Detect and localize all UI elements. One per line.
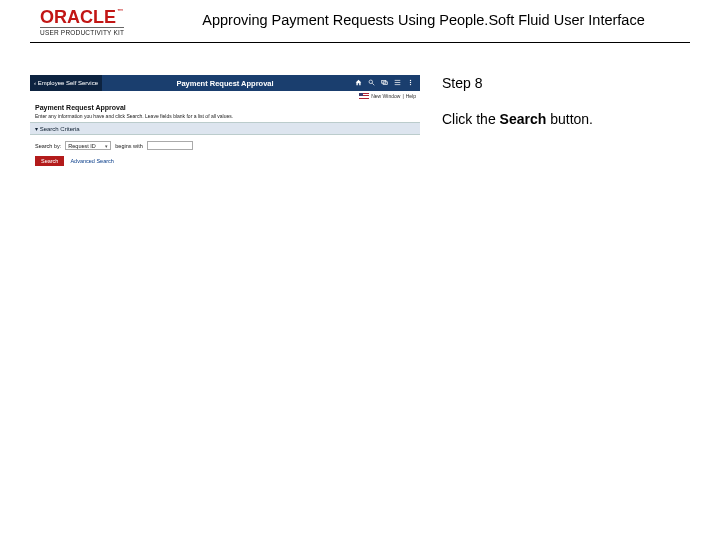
search-criteria-header[interactable]: ▾ Search Criteria [30, 122, 420, 135]
header: ORACLE™ USER PRODUCTIVITY KIT Approving … [0, 0, 720, 42]
back-label: ‹ Employee Self Service [34, 80, 98, 86]
search-by-select[interactable]: Request ID ▾ [65, 141, 111, 150]
oracle-logo-text: ORACLE [40, 7, 116, 27]
back-button[interactable]: ‹ Employee Self Service [30, 75, 102, 91]
search-by-label: Search by: [35, 143, 61, 149]
ps-flag-row: New Window | Help [30, 91, 420, 101]
instruction-panel: Step 8 Click the Search button. [442, 75, 593, 172]
content-area: ‹ Employee Self Service Payment Request … [0, 43, 720, 172]
new-window-link[interactable]: New Window [371, 93, 400, 99]
search-by-value: Request ID [68, 143, 96, 149]
search-button[interactable]: Search [35, 156, 64, 166]
svg-line-1 [372, 83, 374, 85]
svg-point-7 [410, 80, 411, 81]
ps-body-title: Payment Request Approval [30, 101, 420, 113]
oracle-logo: ORACLE™ [40, 8, 124, 26]
ps-helper-text: Enter any information you have and click… [30, 113, 420, 122]
search-icon[interactable] [368, 79, 375, 87]
oracle-subtitle: USER PRODUCTIVITY KIT [40, 27, 124, 36]
flag-icon[interactable] [359, 93, 369, 99]
begins-with-label: begins with [115, 143, 143, 149]
search-input[interactable] [147, 141, 193, 150]
embedded-screenshot: ‹ Employee Self Service Payment Request … [30, 75, 420, 172]
sep: | [402, 93, 403, 99]
ps-topbar: ‹ Employee Self Service Payment Request … [30, 75, 420, 91]
home-icon[interactable] [355, 79, 362, 87]
page-title: Approving Payment Requests Using People.… [202, 12, 644, 28]
svg-point-9 [410, 84, 411, 85]
step-label: Step 8 [442, 75, 593, 91]
advanced-search-link[interactable]: Advanced Search [70, 158, 113, 164]
button-row: Search Advanced Search [30, 156, 420, 172]
svg-point-0 [369, 80, 373, 84]
instruction-bold: Search [500, 111, 547, 127]
instruction-suffix: button. [546, 111, 593, 127]
instruction-prefix: Click the [442, 111, 500, 127]
trademark-icon: ™ [117, 8, 123, 14]
oracle-logo-block: ORACLE™ USER PRODUCTIVITY KIT [40, 8, 124, 36]
instruction-text: Click the Search button. [442, 111, 593, 127]
ps-page-title: Payment Request Approval [176, 79, 273, 88]
nav-icon[interactable] [394, 79, 401, 87]
search-row: Search by: Request ID ▾ begins with [30, 135, 420, 156]
svg-point-8 [410, 82, 411, 83]
notifications-icon[interactable] [381, 79, 388, 87]
help-link[interactable]: Help [406, 93, 416, 99]
chevron-down-icon: ▾ [105, 143, 108, 149]
ps-icon-group [355, 79, 420, 87]
menu-icon[interactable] [407, 79, 414, 87]
